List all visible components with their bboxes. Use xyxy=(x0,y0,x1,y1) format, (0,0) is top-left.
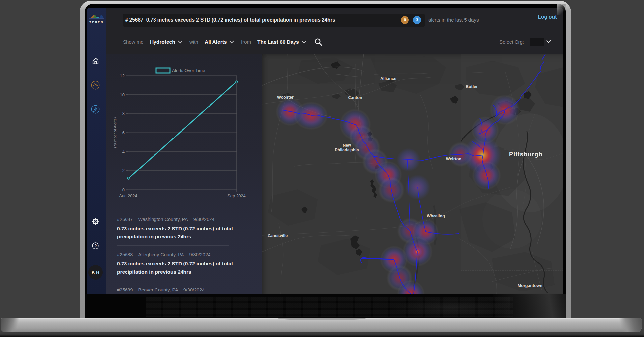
svg-text:Wooster: Wooster xyxy=(277,95,294,100)
svg-text:(Number of Alerts): (Number of Alerts) xyxy=(113,117,117,148)
svg-text:8: 8 xyxy=(122,111,125,116)
svg-text:Morgantown: Morgantown xyxy=(518,283,542,288)
svg-text:6: 6 xyxy=(122,130,125,135)
svg-text:Alliance: Alliance xyxy=(380,77,396,81)
svg-text:2: 2 xyxy=(122,168,125,173)
svg-text:Pittsburgh: Pittsburgh xyxy=(509,151,543,158)
svg-text:?: ? xyxy=(94,244,97,248)
svg-text:Butler: Butler xyxy=(466,84,478,89)
svg-text:Alerts Over Time: Alerts Over Time xyxy=(172,68,205,73)
svg-text:4: 4 xyxy=(122,149,125,154)
svg-text:12: 12 xyxy=(120,73,125,78)
svg-text:Sep 2024: Sep 2024 xyxy=(227,193,246,198)
svg-text:Weirton: Weirton xyxy=(446,157,461,161)
svg-text:Canton: Canton xyxy=(348,95,362,100)
svg-text:Philadelphia: Philadelphia xyxy=(335,148,359,152)
svg-text:Wheeling: Wheeling xyxy=(427,214,445,218)
svg-text:New: New xyxy=(343,143,351,148)
svg-text:0: 0 xyxy=(122,187,125,192)
svg-text:Aug 2024: Aug 2024 xyxy=(119,193,137,198)
svg-text:Zanesville: Zanesville xyxy=(268,233,288,238)
svg-text:10: 10 xyxy=(120,92,125,97)
